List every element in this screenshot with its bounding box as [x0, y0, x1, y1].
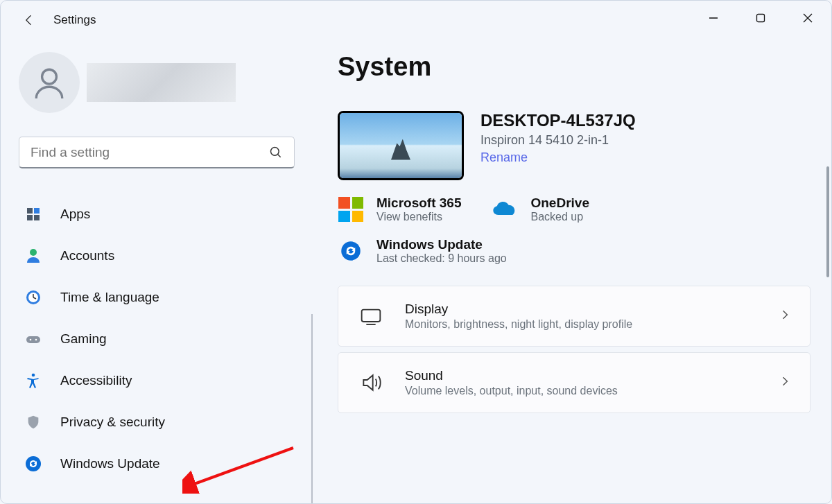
svg-point-4	[42, 69, 57, 84]
sound-icon	[356, 372, 385, 394]
setting-subtitle: Monitors, brightness, night light, displ…	[405, 318, 632, 331]
setting-subtitle: Volume levels, output, input, sound devi…	[405, 385, 618, 397]
sidebar-divider	[311, 314, 313, 504]
sidebar-item-label: Time & language	[60, 290, 159, 305]
sidebar-item-label: Accessibility	[60, 373, 132, 388]
user-block[interactable]	[19, 52, 306, 113]
setting-title: Display	[405, 302, 632, 317]
gaming-icon	[24, 330, 42, 348]
svg-rect-1	[757, 15, 765, 22]
svg-rect-22	[362, 310, 381, 322]
svg-rect-7	[27, 208, 33, 214]
card-title: Microsoft 365	[376, 195, 461, 211]
window-controls	[690, 1, 831, 35]
svg-point-5	[271, 147, 279, 155]
page-title: System	[338, 52, 811, 82]
svg-point-19	[32, 373, 35, 376]
svg-point-11	[30, 249, 37, 256]
shield-icon	[24, 413, 42, 431]
back-button[interactable]	[21, 12, 37, 28]
device-model: Inspiron 14 5410 2-in-1	[480, 133, 636, 148]
chevron-right-icon	[778, 374, 792, 391]
device-block: DESKTOP-4L537JQ Inspiron 14 5410 2-in-1 …	[338, 111, 811, 180]
setting-display[interactable]: Display Monitors, brightness, night ligh…	[338, 286, 811, 347]
svg-rect-10	[34, 215, 40, 220]
app-title: Settings	[53, 13, 96, 27]
sidebar-item-label: Windows Update	[60, 456, 160, 471]
card-title: Windows Update	[376, 237, 507, 252]
windows-update-icon	[24, 455, 42, 473]
setting-sound[interactable]: Sound Volume levels, output, input, soun…	[338, 352, 811, 413]
sidebar-item-windows-update[interactable]: Windows Update	[19, 446, 306, 481]
card-subtitle: Last checked: 9 hours ago	[376, 252, 507, 265]
sidebar-item-accounts[interactable]: Accounts	[19, 238, 306, 273]
apps-icon	[24, 205, 42, 223]
search-box[interactable]	[19, 137, 295, 168]
title-bar: Settings	[1, 1, 831, 40]
navigation: Apps Accounts Time & language Gaming	[19, 196, 306, 481]
sidebar-item-time-language[interactable]: Time & language	[19, 279, 306, 315]
svg-rect-9	[27, 215, 33, 220]
close-button[interactable]	[784, 1, 831, 35]
setting-title: Sound	[405, 368, 618, 383]
rename-link[interactable]: Rename	[480, 150, 636, 165]
time-language-icon	[24, 288, 42, 306]
svg-rect-16	[26, 336, 40, 343]
svg-point-21	[341, 241, 361, 261]
accounts-icon	[24, 247, 42, 265]
svg-point-20	[26, 456, 41, 471]
sidebar-item-gaming[interactable]: Gaming	[19, 321, 306, 356]
card-subtitle: Backed up	[530, 211, 589, 223]
main-content: System DESKTOP-4L537JQ Inspiron 14 5410 …	[320, 40, 831, 503]
card-subtitle: View benefits	[376, 211, 461, 223]
onedrive-icon	[492, 196, 518, 223]
sidebar: Apps Accounts Time & language Gaming	[1, 40, 320, 503]
microsoft-365-icon	[338, 196, 364, 223]
sidebar-item-privacy-security[interactable]: Privacy & security	[19, 404, 306, 440]
accessibility-icon	[24, 372, 42, 390]
scrollbar[interactable]	[826, 166, 829, 277]
sidebar-item-label: Gaming	[60, 331, 107, 347]
chevron-right-icon	[778, 308, 792, 324]
svg-point-17	[30, 338, 32, 340]
sidebar-item-label: Accounts	[60, 248, 114, 263]
svg-point-18	[35, 338, 37, 340]
user-name-redacted	[87, 63, 236, 102]
avatar	[19, 52, 80, 113]
search-icon	[269, 146, 283, 159]
device-name: DESKTOP-4L537JQ	[480, 111, 636, 130]
svg-rect-8	[34, 208, 40, 214]
minimize-button[interactable]	[690, 1, 737, 35]
windows-update-card[interactable]: Windows Update Last checked: 9 hours ago	[338, 237, 811, 265]
onedrive-card[interactable]: OneDrive Backed up	[492, 195, 589, 223]
display-icon	[356, 305, 385, 327]
sidebar-item-accessibility[interactable]: Accessibility	[19, 363, 306, 398]
device-wallpaper	[338, 111, 464, 180]
microsoft-365-card[interactable]: Microsoft 365 View benefits	[338, 195, 461, 223]
card-title: OneDrive	[530, 195, 589, 211]
maximize-button[interactable]	[737, 1, 784, 35]
search-input[interactable]	[31, 145, 269, 160]
svg-line-6	[278, 154, 281, 157]
sidebar-item-label: Privacy & security	[60, 415, 165, 430]
windows-update-icon	[338, 238, 364, 264]
sidebar-item-apps[interactable]: Apps	[19, 196, 306, 232]
sidebar-item-label: Apps	[60, 207, 90, 222]
